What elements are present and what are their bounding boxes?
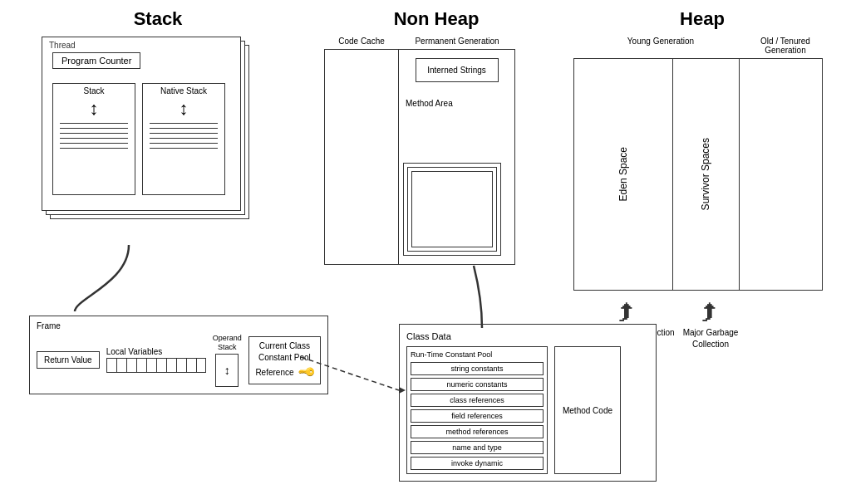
code-cache-box [324, 49, 399, 265]
row-invoke-dynamic: invoke dynamic [411, 457, 544, 470]
slot-3 [126, 358, 136, 373]
stack-arrow: ↕ [53, 100, 135, 118]
thread-to-frame-line [75, 245, 129, 311]
operand-stack-label: Operand Stack [213, 334, 242, 352]
nonheap-section: Non Heap Code Cache Permanent Generation… [324, 8, 548, 265]
heap-section: Heap Young Generation Old / Tenured Gene… [573, 8, 831, 350]
interned-strings-label: Interned Strings [427, 66, 486, 75]
stack-box-label: Stack [53, 86, 135, 95]
native-stack-label: Native Stack [143, 86, 224, 95]
stack-title: Stack [25, 8, 291, 30]
nonheap-boxes: Interned Strings Method Area [324, 49, 548, 265]
slot-10 [196, 358, 206, 373]
local-vars-label: Local Variables [106, 347, 163, 356]
nonheap-sublabels: Code Cache Permanent Generation [324, 37, 548, 46]
minor-gc-arrow: ⮭ [615, 297, 640, 325]
heap-title: Heap [573, 8, 831, 30]
heap-outer: Eden Space Survivor Spaces [573, 58, 823, 291]
slot-8 [176, 358, 186, 373]
slot-5 [146, 358, 156, 373]
native-stack-lines [150, 123, 218, 149]
major-gc-group: ⮭ Major Garbage Collection [677, 297, 744, 350]
row-name-and-type: name and type [411, 441, 544, 454]
method-area-paper-1 [411, 171, 493, 247]
row-numeric-constants: numeric constants [411, 378, 544, 391]
classdata-section: Class Data Run-Time Constant Pool string… [399, 324, 657, 482]
local-vars-group: Local Variables [106, 347, 206, 373]
eden-space: Eden Space [574, 59, 673, 290]
stack-section: Stack Thread Program Counter Stack ↕ [25, 8, 291, 228]
nonheap-to-classdata-line [474, 266, 482, 328]
slot-9 [186, 358, 196, 373]
native-stack-box: Native Stack ↕ [142, 83, 225, 195]
old-gen-label: Old / Tenured Generation [744, 37, 827, 55]
classdata-inner: Run-Time Constant Pool string constants … [406, 346, 649, 474]
operand-stack-box: ↕ [215, 354, 239, 387]
slot-2 [116, 358, 126, 373]
slot-7 [166, 358, 176, 373]
frame-section: Frame Return Value Local Variables [29, 316, 328, 394]
classdata-label: Class Data [406, 331, 649, 341]
method-area-label-text: Method Area [406, 99, 514, 108]
current-class-box: Current Class Constant Pool Reference 🔑 [248, 336, 321, 384]
slot-6 [156, 358, 166, 373]
major-gc-arrow: ⮭ [698, 297, 723, 325]
return-value-box: Return Value [37, 351, 100, 369]
old-gen-space [740, 59, 822, 290]
thread-wrapper: Thread Program Counter Stack ↕ [42, 37, 258, 228]
stack-lines [60, 123, 128, 149]
row-method-references: method references [411, 425, 544, 438]
major-gc-label: Major Garbage Collection [677, 327, 744, 350]
stack-box: Stack ↕ [52, 83, 135, 195]
runtime-cp-title: Run-Time Constant Pool [411, 350, 544, 359]
perm-gen-box: Interned Strings Method Area [399, 49, 515, 265]
slot-4 [136, 358, 146, 373]
survivor-label: Survivor Spaces [700, 138, 711, 210]
slot-1 [106, 358, 116, 373]
interned-strings-box: Interned Strings [416, 58, 499, 82]
key-icon: 🔑 [296, 361, 317, 383]
perm-gen-label: Permanent Generation [399, 37, 515, 46]
native-stack-arrow: ↕ [143, 100, 224, 118]
local-vars-slots [106, 358, 206, 373]
runtime-cp-box: Run-Time Constant Pool string constants … [406, 346, 548, 474]
code-cache-label: Code Cache [324, 37, 399, 46]
nonheap-title: Non Heap [324, 8, 548, 30]
eden-label: Eden Space [617, 147, 629, 201]
method-area-container [403, 156, 507, 256]
thread-label: Thread [49, 41, 76, 50]
heap-sublabels: Young Generation Old / Tenured Generatio… [573, 37, 831, 55]
stack-native-row: Stack ↕ Native Stack ↕ [52, 83, 231, 195]
row-field-references: field references [411, 409, 544, 423]
program-counter: Program Counter [52, 52, 140, 69]
survivor-space: Survivor Spaces [673, 59, 739, 290]
runtime-cp-rows: string constants numeric constants class… [411, 362, 544, 470]
frame-label: Frame [37, 321, 321, 330]
row-class-references: class references [411, 394, 544, 407]
frame-inner: Return Value Local Variables Operan [37, 334, 321, 387]
operand-stack-group: Operand Stack ↕ [213, 334, 242, 387]
method-code-box: Method Code [554, 346, 621, 474]
young-gen-label: Young Generation [578, 37, 744, 55]
thread-paper-1: Thread Program Counter Stack ↕ [42, 37, 241, 211]
row-string-constants: string constants [411, 362, 544, 375]
